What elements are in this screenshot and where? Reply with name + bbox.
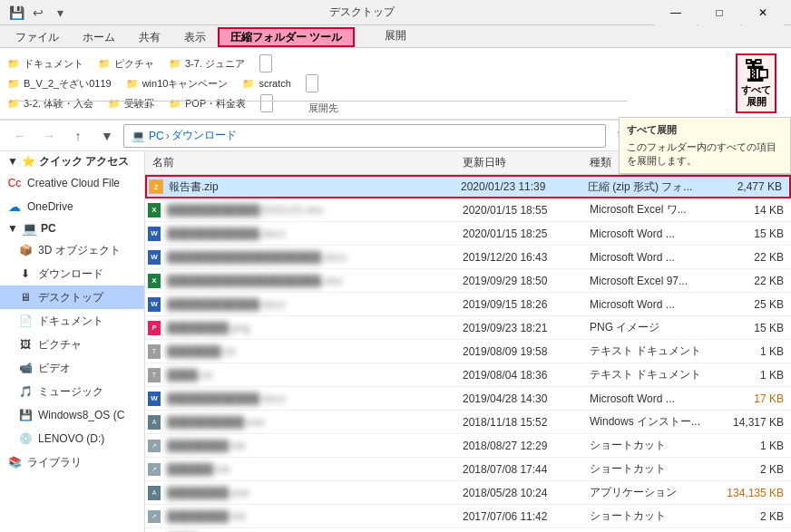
file-row-3[interactable]: W ████████████.docx 2020/01/15 18:25 Mic…: [145, 222, 791, 246]
recent-locations-button[interactable]: ▼: [94, 123, 120, 149]
sidebar-item-desktop[interactable]: 🖥 デスクトップ: [0, 285, 144, 309]
col-name-header[interactable]: 名前: [145, 155, 455, 170]
file-row-7[interactable]: P ████████.png 2019/09/23 18:21 PNG イメージ…: [145, 316, 791, 340]
file-size-3: 15 KB: [718, 227, 791, 240]
address-bar[interactable]: 💻 PC › ダウンロード: [123, 124, 606, 148]
file-type-2: Microsoft Excel ワ...: [582, 202, 718, 218]
ribbon-scrollbar-right2[interactable]: [306, 74, 318, 92]
sidebar-label-download: ダウンロード: [38, 266, 103, 282]
tab-view[interactable]: 表示: [172, 27, 218, 47]
address-desktop[interactable]: ダウンロード: [171, 128, 237, 143]
col-date-header[interactable]: 更新日時: [455, 155, 582, 170]
sidebar-item-library[interactable]: 📚 ライブラリ: [0, 450, 144, 474]
file-size-7: 15 KB: [718, 322, 791, 334]
file-row-2[interactable]: X ████████████2020115.xlsx 2020/01/15 18…: [145, 198, 791, 222]
file-row-8[interactable]: T ███████.txt 2019/08/09 19:58 テキスト ドキュメ…: [145, 340, 791, 363]
file-row-4[interactable]: W ████████████████████.docx 2019/12/20 1…: [145, 246, 791, 269]
sidebar-item-3d[interactable]: 📦 3D オブジェクト: [0, 238, 144, 262]
app-icon-14: A: [145, 484, 163, 502]
sidebar-item-video[interactable]: 📹 ビデオ: [0, 356, 144, 380]
sidebar-pc-header[interactable]: ▼ 💻 PC: [0, 218, 144, 238]
tooltip-title: すべて展開: [627, 123, 783, 137]
download-icon: ⬇: [18, 266, 33, 281]
tab-share[interactable]: 共有: [127, 27, 172, 47]
file-name-14: ████████.exe: [163, 487, 455, 499]
file-row-5[interactable]: X ████████████████████.xlsx 2019/09/29 1…: [145, 269, 791, 293]
file-row-16[interactable]: ↗ ████.lnk 2017/07/06 10:20 ショートカット 3 KB: [145, 528, 791, 532]
sidebar-label-lenovo: LENOVO (D:): [38, 432, 104, 445]
extract-all-icon: 🗜: [744, 59, 769, 84]
up-button[interactable]: ↑: [65, 123, 91, 149]
file-name-10: ████████████.docx: [163, 392, 455, 405]
pc-icon: 💻: [132, 130, 145, 142]
excel-icon-5: X: [145, 272, 163, 290]
file-date-12: 2018/08/27 12:29: [455, 440, 582, 452]
ribbon-scrollbar-right[interactable]: [259, 54, 272, 73]
ribbon-scratch[interactable]: 📁scratch: [242, 74, 290, 92]
ribbon-junior[interactable]: 📁3-7. ジュニア: [169, 54, 245, 73]
file-list: 名前 更新日時 種類 サイズ Z 報告書.zip 2020/01/23 11:3…: [145, 151, 791, 532]
maximize-button[interactable]: □: [698, 0, 740, 25]
minimize-button[interactable]: —: [655, 0, 697, 25]
file-row-9[interactable]: T ████.txt 2019/08/04 18:36 テキスト ドキュメント …: [145, 363, 791, 387]
file-row-14[interactable]: A ████████.exe 2018/05/28 10:24 アプリケーション…: [145, 481, 791, 505]
extract-all-button[interactable]: 🗜 すべて 展開: [736, 53, 776, 113]
file-row-10[interactable]: W ████████████.docx 2019/04/28 14:30 Mic…: [145, 387, 791, 411]
music-icon: 🎵: [18, 384, 33, 399]
file-size-zip: 2,477 KB: [717, 180, 789, 193]
sidebar-item-lenovo[interactable]: 💿 LENOVO (D:): [0, 427, 144, 450]
onedrive-icon: ☁: [7, 199, 22, 214]
quick-access-chevron: ▼: [7, 155, 18, 168]
file-type-4: Microsoft Word ...: [582, 251, 718, 264]
file-type-14: アプリケーション: [582, 485, 718, 500]
txt-icon-9: T: [145, 366, 163, 384]
sidebar-label-creative-cloud: Creative Cloud File: [27, 177, 120, 189]
file-row-6[interactable]: W ████████████.docx 2019/09/15 18:26 Mic…: [145, 293, 791, 316]
qa-save-btn[interactable]: 💾: [7, 4, 25, 22]
forward-button[interactable]: →: [36, 123, 62, 149]
address-pc[interactable]: PC: [149, 130, 164, 142]
file-size-11: 14,317 KB: [718, 416, 791, 429]
file-size-4: 22 KB: [718, 251, 791, 264]
sidebar-label-music: ミュージック: [38, 384, 103, 400]
main-content: ▼ ⭐ クイック アクセス Cc Creative Cloud File ☁ O…: [0, 151, 791, 532]
file-row-12[interactable]: ↗ ████████.lnk 2018/08/27 12:29 ショートカット …: [145, 434, 791, 458]
sidebar-item-creative-cloud[interactable]: Cc Creative Cloud File: [0, 171, 144, 195]
qa-dropdown-btn[interactable]: ▾: [51, 4, 69, 22]
file-row-zip[interactable]: Z 報告書.zip 2020/01/23 11:39 圧縮 (zip 形式) フ…: [145, 175, 791, 198]
ribbon-win10[interactable]: 📁win10キャンペーン: [126, 74, 229, 92]
file-row-13[interactable]: ↗ ██████.lnk 2018/07/08 17:44 ショートカット 2 …: [145, 458, 791, 481]
title-bar: 💾 ↩ ▾ デスクトップ — □ ✕: [0, 0, 791, 25]
file-row-15[interactable]: ↗ ████████.lnk 2017/07/06 11:42 ショートカット …: [145, 505, 791, 528]
close-button[interactable]: ✕: [742, 0, 784, 25]
sidebar-item-music[interactable]: 🎵 ミュージック: [0, 380, 144, 403]
sidebar-item-pictures[interactable]: 🖼 ピクチャ: [0, 333, 144, 356]
ribbon-docs[interactable]: 📁ドキュメント: [7, 54, 83, 73]
ribbon-bv2[interactable]: 📁B_V_2_そざい0119: [7, 74, 112, 92]
tab-extract[interactable]: 圧縮フォルダー ツール: [218, 27, 355, 47]
file-type-5: Microsoft Excel 97...: [582, 275, 718, 287]
file-row-11[interactable]: A ██████████.exe 2018/11/18 15:52 Window…: [145, 411, 791, 434]
shortcut-icon-15: ↗: [145, 508, 163, 526]
tab-file[interactable]: ファイル: [4, 27, 71, 47]
file-type-7: PNG イメージ: [582, 320, 718, 335]
sidebar-item-docs[interactable]: 📄 ドキュメント: [0, 309, 144, 333]
tab-home[interactable]: ホーム: [71, 27, 127, 47]
file-type-11: Windows インストー...: [582, 414, 718, 430]
window-controls: — □ ✕: [655, 0, 784, 25]
file-type-6: Microsoft Word ...: [582, 298, 718, 311]
file-size-8: 1 KB: [718, 345, 791, 358]
ribbon-pic[interactable]: 📁ピクチャ: [98, 54, 154, 73]
back-button[interactable]: ←: [7, 123, 33, 149]
pc-chevron-icon: ▼: [7, 222, 18, 235]
file-date-2: 2020/01/15 18:55: [455, 204, 582, 217]
quick-access-header[interactable]: ▼ ⭐ クイック アクセス: [0, 151, 144, 171]
zip-file-icon: Z: [147, 178, 165, 196]
creative-cloud-icon: Cc: [7, 176, 22, 190]
word-icon-10: W: [145, 390, 163, 408]
qa-undo-btn[interactable]: ↩: [29, 4, 47, 22]
sidebar-item-download[interactable]: ⬇ ダウンロード: [0, 262, 144, 285]
sidebar-item-onedrive[interactable]: ☁ OneDrive: [0, 195, 144, 218]
sidebar-item-win8[interactable]: 💾 Windows8_OS (C: [0, 403, 144, 427]
file-date-11: 2018/11/18 15:52: [455, 416, 582, 429]
